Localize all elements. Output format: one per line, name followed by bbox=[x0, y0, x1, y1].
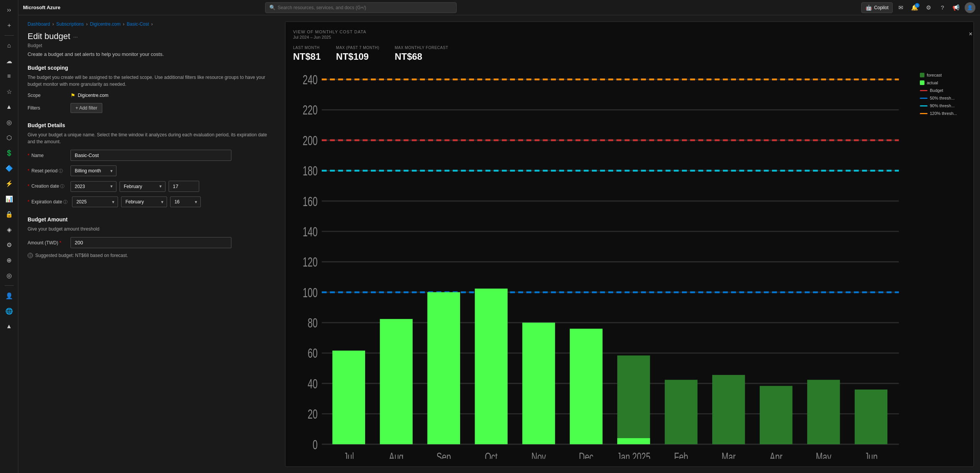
breadcrumb-sep-2: › bbox=[86, 21, 88, 27]
expiration-month-select-wrap: January February March April May June Ju… bbox=[121, 196, 167, 207]
expiration-year-select[interactable]: 2024 2025 2026 bbox=[72, 196, 118, 207]
expiration-info-icon[interactable]: ⓘ bbox=[63, 200, 67, 204]
legend-thresh120-label: 120% thresh... bbox=[930, 111, 957, 116]
search-bar[interactable]: 🔍 bbox=[265, 2, 457, 13]
breadcrumb-basic-cost[interactable]: Basic-Cost bbox=[127, 21, 149, 27]
stat-max-forecast-label: MAX MONTHLY FORECAST bbox=[395, 46, 448, 50]
creation-month-select[interactable]: January February March April May June Ju… bbox=[120, 181, 166, 192]
copilot-label: Copilot bbox=[874, 5, 888, 10]
close-button[interactable]: × bbox=[969, 31, 972, 38]
sidebar-add2-icon[interactable]: ⊕ bbox=[2, 253, 16, 267]
stat-last-month-label: LAST MONTH bbox=[293, 46, 321, 50]
sidebar-circle-icon[interactable]: ◎ bbox=[2, 268, 16, 282]
sidebar-extensions-icon[interactable]: ⬡ bbox=[2, 131, 16, 144]
creation-year-select[interactable]: 2022 2023 2024 bbox=[70, 181, 116, 192]
search-input[interactable] bbox=[278, 5, 452, 10]
sidebar-expand-icon[interactable]: ›› bbox=[2, 3, 16, 17]
budget-details-desc: Give your budget a unique name. Select t… bbox=[28, 131, 270, 145]
sidebar-monitor-icon[interactable]: ◎ bbox=[2, 115, 16, 129]
svg-text:May: May bbox=[816, 450, 831, 459]
expiration-day-select[interactable]: 16 bbox=[170, 196, 201, 207]
sidebar-analytics-icon[interactable]: 📊 bbox=[2, 192, 16, 206]
expiration-required: * bbox=[28, 199, 29, 205]
copilot-button[interactable]: 🤖 Copilot bbox=[861, 2, 893, 13]
creation-day-input[interactable] bbox=[169, 181, 199, 192]
email-button[interactable]: ✉ bbox=[896, 2, 906, 13]
settings-button[interactable]: ⚙ bbox=[923, 2, 934, 13]
bar-mar-forecast bbox=[712, 375, 745, 444]
stat-max-forecast: MAX MONTHLY FORECAST NT$68 bbox=[395, 46, 448, 62]
amount-row: Amount (TWD) * bbox=[28, 237, 270, 248]
breadcrumb-dashboard[interactable]: Dashboard bbox=[28, 21, 50, 27]
svg-text:200: 200 bbox=[303, 133, 318, 148]
reset-period-select-wrap: Billing month Billing quarter Billing ye… bbox=[70, 165, 116, 176]
legend-thresh90-label: 90% thresh... bbox=[930, 103, 955, 108]
sidebar-user-icon[interactable]: 👤 bbox=[2, 289, 16, 303]
sidebar-settings2-icon[interactable]: ⚙ bbox=[2, 238, 16, 252]
expiration-month-select[interactable]: January February March April May June Ju… bbox=[121, 196, 167, 207]
sidebar-feedback-icon[interactable]: ▲ bbox=[2, 319, 16, 333]
sidebar-activity-icon[interactable]: ▲ bbox=[2, 100, 16, 114]
scope-icon: ⚑ bbox=[70, 92, 75, 98]
sidebar-lock-icon[interactable]: 🔒 bbox=[2, 207, 16, 221]
legend-thresh50-label: 50% thresh... bbox=[930, 96, 955, 100]
sidebar-security-icon[interactable]: 🔷 bbox=[2, 161, 16, 175]
feedback-button[interactable]: 📢 bbox=[951, 2, 962, 13]
breadcrumb-subscriptions[interactable]: Subscriptions bbox=[56, 21, 84, 27]
user-avatar[interactable]: 👤 bbox=[965, 2, 975, 13]
more-options-button[interactable]: ··· bbox=[73, 34, 78, 40]
chart-legend: forecast actual Budget 50% thresh.. bbox=[920, 70, 966, 459]
svg-text:Sep: Sep bbox=[436, 450, 451, 459]
legend-actual-color bbox=[920, 80, 924, 85]
budget-details-title: Budget Details bbox=[28, 122, 270, 128]
reset-period-label: * Reset period ⓘ bbox=[28, 168, 66, 174]
sidebar-lightning-icon[interactable]: ⚡ bbox=[2, 177, 16, 190]
suggested-budget-icon: ⓘ bbox=[28, 253, 33, 258]
breadcrumb-sep-1: › bbox=[52, 21, 54, 27]
page-title: Edit budget bbox=[28, 31, 70, 41]
bar-aug-actual bbox=[380, 319, 413, 444]
sidebar-home-icon[interactable]: ⌂ bbox=[2, 39, 16, 52]
bar-may-forecast bbox=[807, 380, 840, 444]
svg-text:80: 80 bbox=[308, 315, 318, 330]
stat-max-past: MAX (PAST 7 MONTH) NT$109 bbox=[336, 46, 379, 62]
chart-svg: 240 220 200 180 160 140 120 100 80 60 40 bbox=[293, 70, 915, 459]
chart-plot: 240 220 200 180 160 140 120 100 80 60 40 bbox=[293, 70, 915, 459]
suggested-budget-row: ⓘ Suggested budget: NT$68 based on forec… bbox=[28, 253, 270, 258]
bar-jan-actual bbox=[617, 438, 650, 444]
notification-button[interactable]: 🔔 1 bbox=[910, 2, 920, 13]
breadcrumb-sep-3: › bbox=[123, 21, 125, 27]
sidebar-cloud-icon[interactable]: ☁ bbox=[2, 54, 16, 68]
svg-text:Feb: Feb bbox=[674, 450, 688, 459]
help-button[interactable]: ? bbox=[937, 2, 948, 13]
chart-date-range: Jul 2024 – Jun 2025 bbox=[293, 35, 966, 39]
svg-text:Mar: Mar bbox=[721, 450, 736, 459]
svg-text:Dec: Dec bbox=[579, 450, 593, 459]
sidebar-favorites-icon[interactable]: ☆ bbox=[2, 85, 16, 98]
creation-date-label: * Creation date ⓘ bbox=[28, 183, 66, 189]
add-filter-button[interactable]: + Add filter bbox=[70, 103, 102, 113]
sidebar-cost-icon[interactable]: 💲 bbox=[2, 146, 16, 160]
sidebar-create-icon[interactable]: ＋ bbox=[2, 18, 16, 32]
legend-budget-label: Budget bbox=[930, 88, 943, 93]
stat-max-past-label: MAX (PAST 7 MONTH) bbox=[336, 46, 379, 50]
breadcrumb-digicentre[interactable]: Digicentre.com bbox=[90, 21, 121, 27]
amount-input[interactable] bbox=[70, 237, 231, 248]
reset-required: * bbox=[28, 168, 29, 173]
name-input[interactable] bbox=[70, 150, 231, 161]
stat-last-month: LAST MONTH NT$81 bbox=[293, 46, 321, 62]
bar-jun-forecast bbox=[855, 390, 887, 444]
svg-text:Jun: Jun bbox=[864, 450, 877, 459]
reset-info-icon[interactable]: ⓘ bbox=[59, 169, 63, 173]
page-subtitle: Budget bbox=[28, 43, 270, 48]
creation-info-icon[interactable]: ⓘ bbox=[60, 184, 64, 188]
legend-forecast-color bbox=[920, 73, 924, 77]
sidebar-globe-icon[interactable]: 🌐 bbox=[2, 304, 16, 318]
right-panel: VIEW OF MONTHLY COST DATA Jul 2024 – Jun… bbox=[279, 15, 980, 473]
reset-period-select[interactable]: Billing month Billing quarter Billing ye… bbox=[70, 165, 116, 176]
svg-text:Jul: Jul bbox=[344, 450, 354, 459]
chart-view-label: VIEW OF MONTHLY COST DATA bbox=[293, 29, 966, 34]
sidebar-dev-icon[interactable]: ◈ bbox=[2, 223, 16, 236]
sidebar-resources-icon[interactable]: ≡ bbox=[2, 69, 16, 83]
chart-area: 240 220 200 180 160 140 120 100 80 60 40 bbox=[293, 70, 966, 459]
